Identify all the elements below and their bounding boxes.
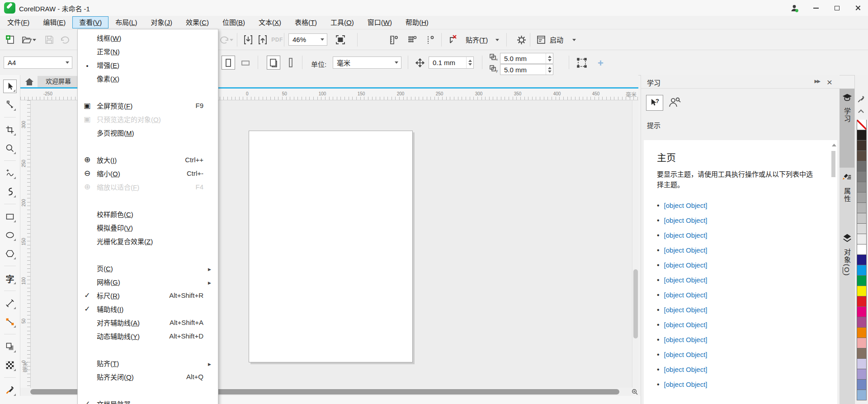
snap-to-label[interactable]: 贴齐(T) [466,35,488,44]
view-menu-item[interactable]: 动态辅助线(Y) Alt+Shift+D [78,329,218,343]
palette-swatch[interactable] [857,390,867,400]
palette-swatch[interactable] [857,379,867,390]
explore-person-icon[interactable] [668,97,681,108]
zoom-combo-arrow[interactable] [318,34,327,45]
learn-topic-link[interactable]: [object Object] [664,381,708,388]
view-menu-item[interactable] [78,248,218,261]
view-menu-item[interactable]: 放大(I) Ctrl++ [78,153,218,166]
view-menu-item[interactable] [78,193,218,207]
zoom-level-combo[interactable]: 46% [288,33,327,46]
units-arrow[interactable] [392,57,401,68]
connector-tool[interactable] [3,315,17,329]
undo-button[interactable] [58,33,71,47]
artistic-media-tool[interactable] [3,185,17,198]
palette-swatch[interactable] [857,358,867,369]
palette-swatch[interactable] [857,348,867,359]
transparency-tool[interactable] [3,358,17,372]
view-menu-item[interactable] [78,343,218,356]
palette-swatch[interactable] [857,296,867,307]
learn-topic-link[interactable]: [object Object] [664,276,708,284]
view-menu-item[interactable] [78,383,218,397]
learn-topic-link[interactable]: [object Object] [664,246,708,254]
view-menu-item[interactable]: 增强(E) [78,58,218,71]
show-rulers-toggle[interactable] [387,33,401,47]
show-guidelines-toggle[interactable] [423,33,437,47]
menubar-item[interactable]: 对象(J) [144,16,179,28]
launch-label[interactable]: 启动 [550,35,563,44]
view-menu-item[interactable]: 文档导航器 [78,397,218,404]
view-menu-item[interactable]: 像素(X) [78,71,218,85]
view-menu-item[interactable]: 缩放以适合(F) F4 [78,180,218,193]
page-size-arrow[interactable] [63,57,72,68]
learn-topic-link[interactable]: [object Object] [664,351,708,358]
view-menu-item[interactable]: 模拟叠印(V) [78,221,218,234]
document-page[interactable] [249,131,413,362]
dimension-tool[interactable] [3,296,17,310]
shape-tool[interactable] [3,98,17,112]
view-menu-item[interactable]: 网格(G) [78,275,218,288]
palette-swatch[interactable] [857,338,867,348]
menubar-item[interactable]: 帮助(H) [399,16,435,28]
learn-scrollbar[interactable] [831,141,836,403]
account-button[interactable] [784,0,805,16]
palette-eyedropper-icon[interactable] [857,95,865,103]
view-menu-item[interactable]: 辅助线(I) [78,302,218,315]
color-eyedropper-tool[interactable] [3,383,17,397]
polygon-tool[interactable] [3,247,17,260]
palette-swatch[interactable] [857,150,867,161]
duplicate-y-input[interactable]: 5.0 mm [500,64,553,75]
view-menu-item[interactable]: 全屏预览(F) F9 [78,99,218,112]
palette-scroll-up-icon[interactable] [858,109,864,115]
view-menu-item[interactable]: 标尺(R) Alt+Shift+R [78,288,218,302]
scroll-up-icon[interactable] [832,144,836,146]
menubar-item[interactable]: 窗口(W) [361,16,399,28]
learn-topic-link[interactable]: [object Object] [664,321,708,329]
page-size-combo[interactable]: A4 [4,56,72,69]
view-menu-item[interactable] [78,85,218,99]
customize-add-button[interactable]: + [598,57,604,69]
export-button[interactable] [256,33,269,47]
maximize-button[interactable] [826,0,847,16]
learn-topic-link[interactable]: [object Object] [664,216,708,224]
view-menu-item[interactable]: 多页视图(M) [78,126,218,139]
menubar-item[interactable]: 表格(T) [288,16,324,28]
learn-topic-link[interactable]: [object Object] [664,291,708,299]
menubar-item[interactable]: 布局(L) [108,16,144,28]
learn-topic-link[interactable]: [object Object] [664,336,708,343]
vertical-scrollbar-thumb[interactable] [633,269,638,338]
duplicate-y-spinner[interactable] [546,65,553,75]
drop-shadow-tool[interactable] [3,340,17,353]
palette-swatch[interactable] [857,202,867,213]
view-menu-item[interactable]: 缩小(O) Ctrl+- [78,166,218,180]
page-size-all-button[interactable] [284,56,297,70]
vertical-ruler[interactable]: 毫米 300250200150100500 [20,100,31,388]
learn-scrollbar-thumb[interactable] [831,151,835,177]
view-menu-item[interactable]: 校样颜色(C) [78,207,218,221]
home-icon[interactable] [25,78,34,86]
palette-swatch[interactable] [857,140,867,151]
docker-tab-objects[interactable]: 对象(O) [840,229,854,305]
collapse-panel-icon[interactable] [815,79,820,84]
palette-swatch[interactable] [857,286,867,296]
palette-swatch[interactable] [857,213,867,224]
learn-topic-link[interactable]: [object Object] [664,231,708,239]
palette-swatch[interactable] [857,161,867,172]
vertical-scrollbar[interactable] [632,100,638,388]
palette-swatch[interactable] [857,244,867,255]
show-grid-toggle[interactable] [405,33,419,47]
menubar-item[interactable]: 位图(B) [216,16,252,28]
tab-welcome-screen[interactable]: 欢迎屏幕 [38,76,79,87]
view-menu-item[interactable]: 光栅化复合效果(Z) [78,234,218,248]
snap-off-button[interactable] [446,33,459,47]
menubar-item[interactable]: 文本(X) [252,16,288,28]
palette-swatch[interactable] [857,275,867,286]
nudge-distance-input[interactable]: 0.1 mm [429,56,474,69]
launch-dropdown-button[interactable] [571,33,578,47]
navigator-zoom-icon[interactable] [631,388,638,396]
page-size-current-button[interactable] [267,56,280,70]
learn-topic-link[interactable]: [object Object] [664,202,708,209]
palette-swatch[interactable] [857,130,867,141]
menubar-item[interactable]: 文件(F) [0,16,36,28]
palette-swatch[interactable] [857,327,867,338]
close-button[interactable] [847,0,868,16]
